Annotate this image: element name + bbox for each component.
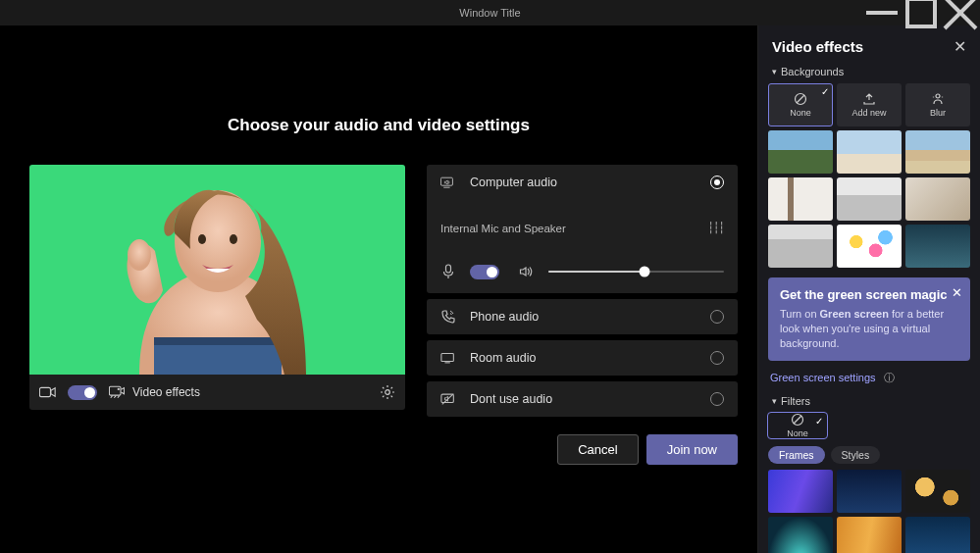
none-icon [791, 413, 804, 427]
video-effects-label: Video effects [132, 385, 200, 399]
svg-rect-10 [39, 387, 50, 396]
svg-rect-14 [440, 177, 452, 185]
none-icon [794, 92, 807, 106]
bg-thumb[interactable] [768, 130, 833, 174]
bg-thumb[interactable] [905, 225, 970, 268]
frame-thumb[interactable] [837, 470, 902, 513]
cancel-button[interactable]: Cancel [557, 434, 638, 465]
frame-thumb[interactable] [905, 517, 970, 553]
svg-rect-5 [154, 337, 282, 345]
svg-rect-15 [446, 265, 451, 273]
audio-options: Computer audio Internal Mic and Speaker … [427, 165, 738, 417]
audio-option-phone[interactable]: Phone audio [427, 299, 738, 334]
svg-point-13 [386, 390, 390, 395]
svg-point-9 [128, 239, 151, 271]
bg-blur[interactable]: Blur [905, 83, 970, 126]
volume-slider[interactable] [548, 271, 724, 273]
page-heading: Choose your audio and video settings [0, 116, 757, 135]
bg-thumb[interactable] [768, 177, 833, 221]
device-row[interactable]: Internal Mic and Speaker ┆┆┆ [427, 214, 738, 242]
frames-grid [758, 470, 980, 553]
no-audio-label: Dont use audio [470, 392, 696, 406]
bg-thumb[interactable] [768, 225, 833, 268]
radio-no-audio[interactable] [710, 392, 724, 406]
video-effects-icon [109, 384, 125, 400]
green-screen-promo: Get the green screen magic Turn on Green… [768, 277, 970, 361]
mic-toggle[interactable] [470, 265, 499, 279]
radio-room-audio[interactable] [710, 351, 724, 365]
computer-audio-icon [440, 175, 456, 190]
styles-tab[interactable]: Styles [831, 446, 881, 464]
audio-option-none[interactable]: Dont use audio [427, 381, 738, 417]
minimize-button[interactable] [862, 0, 902, 25]
device-name: Internal Mic and Speaker [440, 223, 566, 234]
video-effects-panel: Video effects ✕ Backgrounds None ✓ Add n… [757, 25, 980, 553]
room-audio-label: Room audio [470, 351, 696, 365]
svg-point-23 [942, 96, 944, 98]
title-bar: Window Title [0, 0, 980, 25]
bg-thumb[interactable] [837, 130, 902, 174]
backgrounds-section-toggle[interactable]: Backgrounds [758, 64, 980, 83]
person-avatar [100, 165, 335, 375]
mic-icon [440, 264, 456, 279]
speaker-icon [519, 264, 535, 279]
radio-phone-audio[interactable] [710, 310, 724, 324]
camera-preview [29, 165, 405, 375]
svg-line-20 [797, 95, 804, 103]
frame-thumb[interactable] [837, 517, 902, 553]
bg-none[interactable]: None ✓ [768, 83, 833, 126]
backgrounds-grid: None ✓ Add new Blur [758, 83, 980, 268]
bg-add-new[interactable]: Add new [837, 83, 902, 126]
svg-point-22 [933, 96, 935, 98]
check-icon: ✓ [821, 86, 829, 97]
join-now-button[interactable]: Join now [646, 434, 738, 465]
svg-rect-11 [109, 386, 121, 395]
window-controls [862, 0, 980, 25]
maximize-button[interactable] [902, 0, 941, 25]
svg-rect-16 [441, 354, 453, 362]
bg-thumb[interactable] [837, 225, 902, 268]
video-effects-button[interactable]: Video effects [109, 384, 200, 400]
svg-point-8 [230, 234, 237, 244]
phone-audio-icon [440, 309, 456, 325]
prejoin-area: Choose your audio and video settings [0, 25, 757, 553]
svg-line-25 [794, 416, 801, 424]
camera-toggle[interactable] [68, 385, 97, 400]
svg-point-12 [118, 388, 120, 390]
svg-rect-1 [907, 0, 935, 26]
audio-option-room[interactable]: Room audio [427, 340, 738, 376]
frames-tab[interactable]: Frames [768, 446, 825, 464]
bg-thumb[interactable] [837, 177, 902, 221]
radio-computer-audio[interactable] [710, 176, 724, 189]
frame-thumb[interactable] [768, 470, 833, 513]
audio-option-computer[interactable]: Computer audio Internal Mic and Speaker … [427, 165, 738, 293]
green-screen-settings-link[interactable]: Green screen settings [770, 372, 876, 383]
room-audio-icon [440, 350, 456, 366]
add-icon [862, 92, 876, 106]
svg-point-7 [198, 234, 206, 244]
panel-title: Video effects [772, 38, 863, 55]
mixer-icon[interactable]: ┆┆┆ [707, 222, 724, 234]
settings-icon[interactable] [380, 384, 395, 400]
camera-icon [39, 384, 56, 400]
panel-close-icon[interactable]: ✕ [954, 37, 966, 56]
window-title: Window Title [459, 7, 520, 19]
info-icon[interactable]: ⓘ [884, 371, 895, 385]
promo-close-icon[interactable]: ✕ [952, 285, 962, 300]
preview-toolbar: Video effects [29, 375, 405, 410]
promo-body: Turn on Green screen for a better look w… [780, 307, 958, 351]
bg-thumb[interactable] [905, 130, 970, 174]
filters-section-toggle[interactable]: Filters [758, 393, 980, 413]
frame-thumb[interactable] [905, 470, 970, 513]
promo-title: Get the green screen magic [780, 287, 958, 303]
frame-thumb[interactable] [768, 517, 833, 553]
blur-icon [931, 92, 945, 106]
close-button[interactable] [941, 0, 980, 25]
bg-thumb[interactable] [905, 177, 970, 221]
no-audio-icon [440, 391, 456, 407]
check-icon: ✓ [815, 416, 823, 427]
svg-point-21 [936, 94, 940, 98]
computer-audio-label: Computer audio [470, 176, 696, 189]
phone-audio-label: Phone audio [470, 310, 696, 324]
filter-none[interactable]: None ✓ [768, 413, 827, 438]
